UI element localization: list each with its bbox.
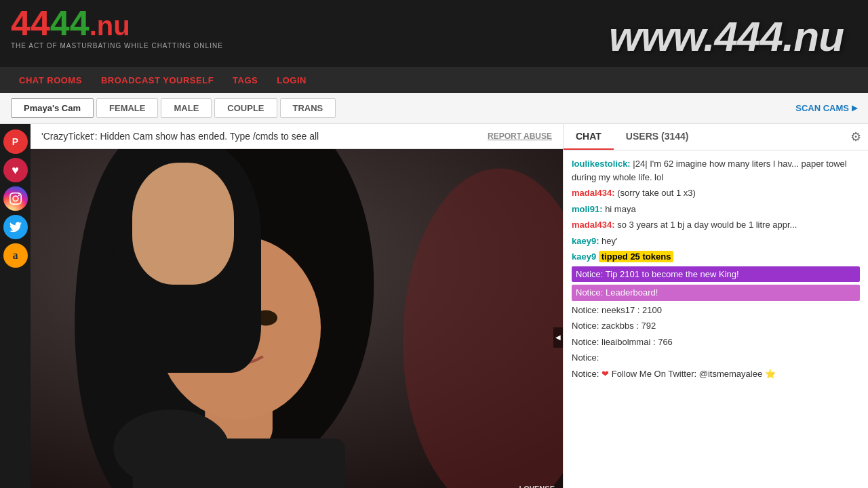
chat-message: madal434: (sorry take out 1 x3) <box>572 186 860 200</box>
svg-point-6 <box>200 310 223 326</box>
sidebar: P ♥ a <box>0 124 31 488</box>
amazon-icon[interactable]: a <box>3 243 28 268</box>
video-area: 'CrazyTicket': Hidden Cam show has ended… <box>31 124 563 488</box>
username[interactable]: moli91: <box>572 204 603 214</box>
chat-settings-icon[interactable]: ⚙ <box>850 129 861 144</box>
chat-message: madal434: so 3 years at 1 bj a day would… <box>572 218 860 232</box>
message-text: hi maya <box>605 204 636 214</box>
notice-text: Notice: Tip 2101 to become the new King! <box>572 266 860 283</box>
chat-header: CHAT USERS (3144) ⚙ <box>564 124 868 150</box>
username[interactable]: madal434: <box>572 220 615 230</box>
tagline: THE ACT OF MASTURBATING WHILE CHATTING O… <box>11 42 223 49</box>
logo-nu: .nu <box>90 12 130 39</box>
username[interactable]: madal434: <box>572 188 615 198</box>
report-abuse-button[interactable]: REPORT ABUSE <box>488 131 552 141</box>
chat-message: loulikestolick: |24| I'm 62 imagine how … <box>572 157 860 184</box>
notice-text: Notice: Leaderboard! <box>572 285 860 301</box>
notice-text: Notice: neeks17 : 2100 <box>572 304 860 317</box>
main-content: P ♥ a 'CrazyTicket': Hidden Cam show has… <box>0 124 868 488</box>
chat-message: moli91: hi maya <box>572 203 860 216</box>
notice-neeks: Notice: neeks17 : 2100 <box>572 304 860 317</box>
username[interactable]: kaey9: <box>572 236 599 246</box>
watermark: www.444.nu <box>595 5 857 67</box>
lovense-badge: LOVENSE ON <box>519 484 555 488</box>
tab-chat[interactable]: CHAT <box>564 124 614 150</box>
svg-point-7 <box>254 310 277 326</box>
notice-zack: Notice: zackbbs : 792 <box>572 319 860 333</box>
tab-trans[interactable]: TRANS <box>280 98 336 118</box>
tab-male[interactable]: MALE <box>161 98 212 118</box>
category-tabs: Pmaya's Cam FEMALE MALE COUPLE TRANS <box>11 98 336 118</box>
username[interactable]: loulikestolick: <box>572 159 631 169</box>
message-bar: 'CrazyTicket': Hidden Cam show has ended… <box>31 124 563 149</box>
tab-couple[interactable]: COUPLE <box>214 98 277 118</box>
navigation: CHAT ROOMS BROADCAST YOURSELF TAGS LOGIN <box>0 67 868 93</box>
chat-panel: CHAT USERS (3144) ⚙ loulikestolick: |24|… <box>563 124 868 488</box>
chat-messages: loulikestolick: |24| I'm 62 imagine how … <box>564 150 868 488</box>
notice-text: Notice: zackbbs : 792 <box>572 319 860 333</box>
notice-lieai: Notice: lieaibolmmai : 766 <box>572 336 860 349</box>
tip-notification: kaey9 tipped 25 tokens <box>572 250 860 264</box>
message-text: so 3 years at 1 bj a day would be 1 litr… <box>617 220 797 230</box>
tab-female[interactable]: FEMALE <box>96 98 158 118</box>
svg-point-9 <box>113 409 229 487</box>
logo-4s: 44 <box>11 5 50 41</box>
logo-4s-green: 44 <box>50 5 90 41</box>
tip-text: tipped 25 tokens <box>599 251 674 262</box>
video-container[interactable]: LOVENSE ON @itsmemayalee ◀ <box>31 149 563 488</box>
notice-leaderboard: Notice: Leaderboard! <box>572 285 860 301</box>
nav-tags[interactable]: TAGS <box>224 70 266 91</box>
heart-favorite-icon[interactable]: ♥ <box>3 158 28 182</box>
nav-broadcast[interactable]: BROADCAST YOURSELF <box>93 70 222 91</box>
message-text: (sorry take out 1 x3) <box>617 188 696 198</box>
notice-king: Notice: Tip 2101 to become the new King! <box>572 266 860 283</box>
logo-area: 4444.nu THE ACT OF MASTURBATING WHILE CH… <box>11 5 223 54</box>
tab-users[interactable]: USERS (3144) <box>614 124 701 150</box>
expand-button[interactable]: ◀ <box>553 327 563 348</box>
logo[interactable]: 4444.nu <box>11 5 223 41</box>
tab-pmaya-cam[interactable]: Pmaya's Cam <box>11 98 94 118</box>
message-text: hey' <box>601 236 617 246</box>
notice-twitter: Notice: ❤ Follow Me On Twitter: @itsmema… <box>572 367 860 381</box>
hidden-cam-message: 'CrazyTicket': Hidden Cam show has ended… <box>41 131 319 142</box>
chat-message: kaey9: hey' <box>572 235 860 248</box>
patreon-icon[interactable]: P <box>3 129 28 154</box>
notice-text: Notice: ❤ Follow Me On Twitter: @itsmema… <box>572 367 860 381</box>
twitter-icon[interactable] <box>3 215 28 239</box>
notice-text: Notice: lieaibolmmai : 766 <box>572 336 860 349</box>
tip-username[interactable]: kaey9 <box>572 251 596 262</box>
instagram-icon[interactable] <box>3 186 28 211</box>
header: 4444.nu THE ACT OF MASTURBATING WHILE CH… <box>0 0 868 67</box>
notice-blank: Notice: <box>572 351 860 365</box>
svg-point-5 <box>157 236 321 419</box>
video-frame <box>31 149 563 488</box>
nav-chat-rooms[interactable]: CHAT ROOMS <box>11 70 90 91</box>
tabs-bar: Pmaya's Cam FEMALE MALE COUPLE TRANS SCA… <box>0 93 868 124</box>
nav-login[interactable]: LOGIN <box>269 70 315 91</box>
scan-cams-button[interactable]: SCAN CAMS <box>795 103 857 113</box>
notice-text: Notice: <box>572 351 860 365</box>
